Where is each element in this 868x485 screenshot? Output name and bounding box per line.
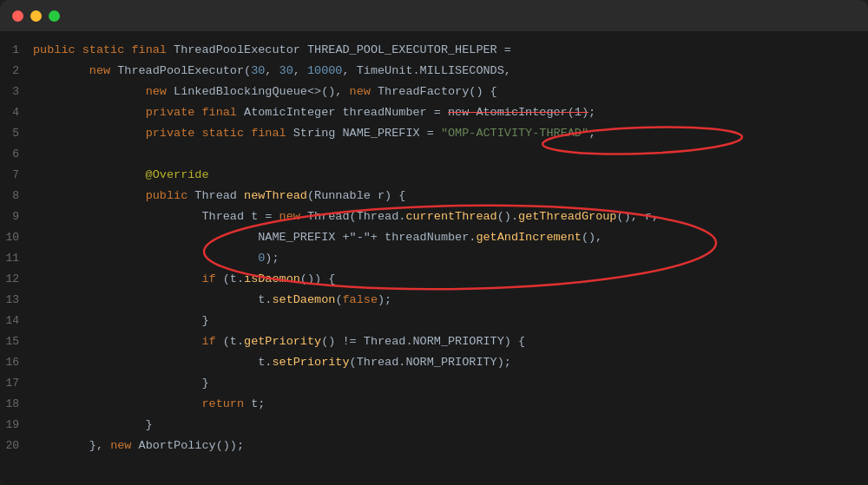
code-line: 13 t.setDaemon(false); bbox=[0, 290, 868, 311]
line-content: public static final ThreadPoolExecutor T… bbox=[33, 40, 868, 61]
line-number: 15 bbox=[0, 331, 33, 352]
line-number: 11 bbox=[0, 248, 33, 269]
code-line: 3 new LinkedBlockingQueue<>(), new Threa… bbox=[0, 82, 868, 102]
titlebar bbox=[0, 0, 868, 31]
line-content: t.setPriority(Thread.NORM_PRIORITY); bbox=[33, 352, 868, 373]
line-content: }, new AbortPolicy()); bbox=[33, 436, 868, 456]
line-number: 8 bbox=[0, 186, 33, 206]
line-number: 20 bbox=[0, 436, 33, 456]
line-content: new LinkedBlockingQueue<>(), new ThreadF… bbox=[33, 82, 868, 102]
line-number: 4 bbox=[0, 102, 33, 123]
line-number: 6 bbox=[0, 144, 33, 165]
line-content: 0); bbox=[33, 248, 868, 269]
line-content: public Thread newThread(Runnable r) { bbox=[33, 186, 868, 206]
maximize-button[interactable] bbox=[49, 10, 60, 22]
line-content: if (t.isDaemon()) { bbox=[33, 269, 868, 290]
line-content: Thread t = new Thread(Thread.currentThre… bbox=[33, 206, 868, 227]
code-line: 4 private final AtomicInteger threadNumb… bbox=[0, 102, 868, 123]
line-content: } bbox=[33, 373, 868, 394]
line-number: 9 bbox=[0, 206, 33, 227]
line-number: 5 bbox=[0, 123, 33, 144]
code-editor: 1public static final ThreadPoolExecutor … bbox=[0, 31, 868, 465]
line-content: if (t.getPriority() != Thread.NORM_PRIOR… bbox=[33, 331, 868, 352]
line-number: 1 bbox=[0, 40, 33, 61]
line-content: } bbox=[33, 311, 868, 331]
line-content: private static final String NAME_PREFIX … bbox=[33, 123, 868, 144]
line-number: 18 bbox=[0, 394, 33, 415]
code-line: 16 t.setPriority(Thread.NORM_PRIORITY); bbox=[0, 352, 868, 373]
line-number: 19 bbox=[0, 415, 33, 436]
code-line: 12 if (t.isDaemon()) { bbox=[0, 269, 868, 290]
close-button[interactable] bbox=[12, 10, 23, 22]
line-number: 2 bbox=[0, 61, 33, 82]
code-line: 19 } bbox=[0, 415, 868, 436]
line-content: new ThreadPoolExecutor(30, 30, 10000, Ti… bbox=[33, 61, 868, 82]
code-line: 2 new ThreadPoolExecutor(30, 30, 10000, … bbox=[0, 61, 868, 82]
line-number: 17 bbox=[0, 373, 33, 394]
code-line: 17 } bbox=[0, 373, 868, 394]
code-line: 11 0); bbox=[0, 248, 868, 269]
code-line: 18 return t; bbox=[0, 394, 868, 415]
code-line: 8 public Thread newThread(Runnable r) { bbox=[0, 186, 868, 206]
line-number: 16 bbox=[0, 352, 33, 373]
line-number: 13 bbox=[0, 290, 33, 311]
line-content: NAME_PREFIX +"-"+ threadNumber.getAndInc… bbox=[33, 227, 868, 248]
code-line: 15 if (t.getPriority() != Thread.NORM_PR… bbox=[0, 331, 868, 352]
minimize-button[interactable] bbox=[30, 10, 42, 22]
code-line: 7 @Override bbox=[0, 165, 868, 186]
code-line: 6 bbox=[0, 144, 868, 165]
line-number: 14 bbox=[0, 311, 33, 331]
window: 1public static final ThreadPoolExecutor … bbox=[0, 0, 868, 485]
line-number: 10 bbox=[0, 227, 33, 248]
line-content: @Override bbox=[33, 165, 868, 186]
line-number: 12 bbox=[0, 269, 33, 290]
line-content: return t; bbox=[33, 394, 868, 415]
line-content: private final AtomicInteger threadNumber… bbox=[33, 102, 868, 123]
code-line: 10 NAME_PREFIX +"-"+ threadNumber.getAnd… bbox=[0, 227, 868, 248]
code-line: 1public static final ThreadPoolExecutor … bbox=[0, 40, 868, 61]
line-number: 3 bbox=[0, 82, 33, 102]
line-number: 7 bbox=[0, 165, 33, 186]
line-content: t.setDaemon(false); bbox=[33, 290, 868, 311]
line-content: } bbox=[33, 415, 868, 436]
code-line: 20 }, new AbortPolicy()); bbox=[0, 436, 868, 456]
code-line: 5 private static final String NAME_PREFI… bbox=[0, 123, 868, 144]
code-line: 9 Thread t = new Thread(Thread.currentTh… bbox=[0, 206, 868, 227]
code-line: 14 } bbox=[0, 311, 868, 331]
